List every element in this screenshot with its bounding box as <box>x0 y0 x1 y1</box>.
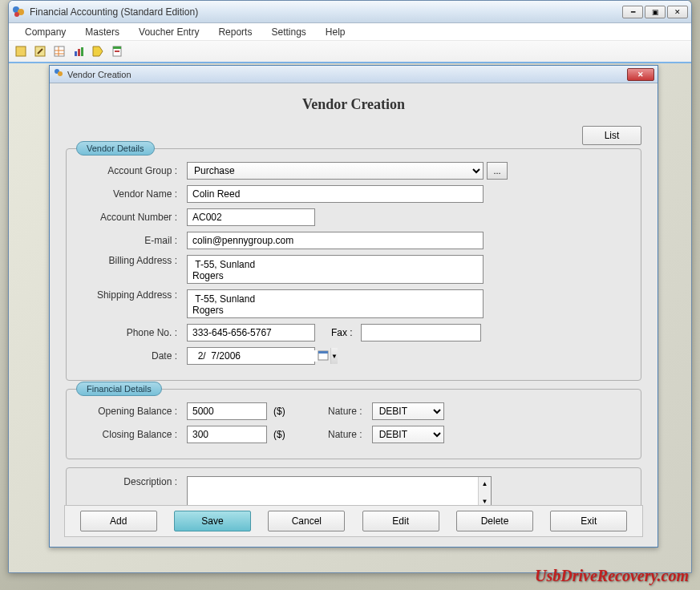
svg-rect-6 <box>55 46 64 56</box>
close-button[interactable]: ✕ <box>667 6 688 18</box>
email-label: E-mail : <box>83 235 187 246</box>
delete-button[interactable]: Delete <box>456 511 533 531</box>
shipping-address-input[interactable]: T-55, Sunland Rogers <box>187 289 484 318</box>
toolbar-new-icon[interactable] <box>12 42 30 60</box>
fax-label: Fax : <box>331 327 353 338</box>
svg-point-2 <box>14 12 19 17</box>
content-area: Vendor Creation ✕ Vendor Creation List V… <box>9 63 691 572</box>
menu-company[interactable]: Company <box>15 25 75 39</box>
exit-button[interactable]: Exit <box>550 511 627 531</box>
opening-currency-label: ($) <box>273 406 285 417</box>
financial-details-legend: Financial Details <box>76 382 162 396</box>
date-dropdown-icon[interactable]: ▼ <box>330 348 338 364</box>
main-titlebar: Financial Accounting (Standard Edition) … <box>9 1 691 23</box>
main-window: Financial Accounting (Standard Edition) … <box>8 0 692 573</box>
toolbar-edit-icon[interactable] <box>31 42 49 60</box>
edit-button[interactable]: Edit <box>362 511 439 531</box>
account-group-browse-button[interactable]: ... <box>487 162 508 180</box>
account-number-input[interactable] <box>187 208 315 226</box>
closing-currency-label: ($) <box>273 429 285 440</box>
closing-balance-label: Closing Balance : <box>83 429 187 440</box>
window-controls: ━ ▣ ✕ <box>622 6 688 18</box>
menu-settings[interactable]: Settings <box>261 25 315 39</box>
account-number-label: Account Number : <box>83 212 187 223</box>
opening-balance-label: Opening Balance : <box>83 406 187 417</box>
toolbar <box>9 41 691 63</box>
svg-rect-16 <box>115 51 119 52</box>
button-bar: Add Save Cancel Edit Delete Exit <box>64 505 643 537</box>
scroll-up-icon[interactable]: ▲ <box>479 477 491 490</box>
watermark: UsbDriveRecovery.com <box>535 567 689 585</box>
date-input[interactable] <box>188 350 318 362</box>
menu-voucher-entry[interactable]: Voucher Entry <box>129 25 208 39</box>
closing-nature-label: Nature : <box>324 429 372 440</box>
svg-point-18 <box>58 71 63 76</box>
svg-marker-13 <box>93 46 103 56</box>
vendor-details-legend: Vendor Details <box>76 141 155 156</box>
description-scrollbar: ▲ ▼ <box>478 477 491 507</box>
billing-address-input[interactable]: T-55, Sunland Rogers <box>187 255 484 284</box>
toolbar-tag-icon[interactable] <box>89 42 107 60</box>
svg-rect-15 <box>113 46 121 49</box>
svg-rect-20 <box>318 351 328 354</box>
menu-help[interactable]: Help <box>316 25 355 39</box>
menu-masters[interactable]: Masters <box>75 25 129 39</box>
billing-address-label: Billing Address : <box>83 255 187 266</box>
dialog-heading: Vendor Creation <box>66 96 641 113</box>
dialog-icon <box>53 67 64 82</box>
financial-details-fieldset: Financial Details Opening Balance : ($) … <box>66 389 641 459</box>
phone-input[interactable] <box>187 324 315 341</box>
description-wrapper: ▲ ▼ <box>187 476 492 508</box>
svg-rect-10 <box>75 51 77 56</box>
shipping-address-label: Shipping Address : <box>83 289 187 301</box>
fax-input[interactable] <box>361 324 481 341</box>
date-label: Date : <box>83 350 187 362</box>
cancel-button[interactable]: Cancel <box>268 511 345 531</box>
maximize-button[interactable]: ▣ <box>645 6 666 18</box>
toolbar-chart-icon[interactable] <box>70 42 87 60</box>
list-button[interactable]: List <box>582 126 641 145</box>
account-group-select[interactable]: Purchase <box>187 162 484 180</box>
toolbar-report-icon[interactable] <box>108 42 126 60</box>
date-picker[interactable]: ▼ <box>187 347 315 365</box>
add-button[interactable]: Add <box>80 511 157 531</box>
menu-reports[interactable]: Reports <box>208 25 261 39</box>
svg-rect-3 <box>16 46 26 56</box>
description-input[interactable] <box>188 477 478 507</box>
description-label: Description : <box>83 476 187 487</box>
vendor-name-label: Vendor Name : <box>83 188 187 200</box>
opening-balance-input[interactable] <box>187 402 267 420</box>
svg-rect-11 <box>78 49 80 56</box>
closing-nature-select[interactable]: DEBIT <box>372 426 444 443</box>
app-title: Financial Accounting (Standard Edition) <box>30 6 622 18</box>
vendor-details-fieldset: Vendor Details Account Group : Purchase … <box>66 148 641 381</box>
dialog-close-button[interactable]: ✕ <box>627 68 654 81</box>
menubar: Company Masters Voucher Entry Reports Se… <box>9 23 691 41</box>
app-icon <box>12 6 25 18</box>
account-group-label: Account Group : <box>83 165 187 176</box>
opening-nature-label: Nature : <box>324 406 372 417</box>
svg-rect-12 <box>81 47 83 56</box>
dialog-title: Vendor Creation <box>67 70 627 79</box>
opening-nature-select[interactable]: DEBIT <box>372 402 444 420</box>
dialog-titlebar: Vendor Creation ✕ <box>50 66 658 83</box>
minimize-button[interactable]: ━ <box>622 6 643 18</box>
closing-balance-input[interactable] <box>187 426 267 443</box>
email-input[interactable] <box>187 232 484 249</box>
dialog-body: Vendor Creation List Vendor Details Acco… <box>50 83 658 539</box>
toolbar-grid-icon[interactable] <box>51 42 68 60</box>
save-button[interactable]: Save <box>174 511 251 531</box>
calendar-icon[interactable] <box>318 350 329 362</box>
phone-label: Phone No. : <box>83 327 187 338</box>
vendor-name-input[interactable] <box>187 185 484 203</box>
vendor-creation-dialog: Vendor Creation ✕ Vendor Creation List V… <box>49 65 658 548</box>
